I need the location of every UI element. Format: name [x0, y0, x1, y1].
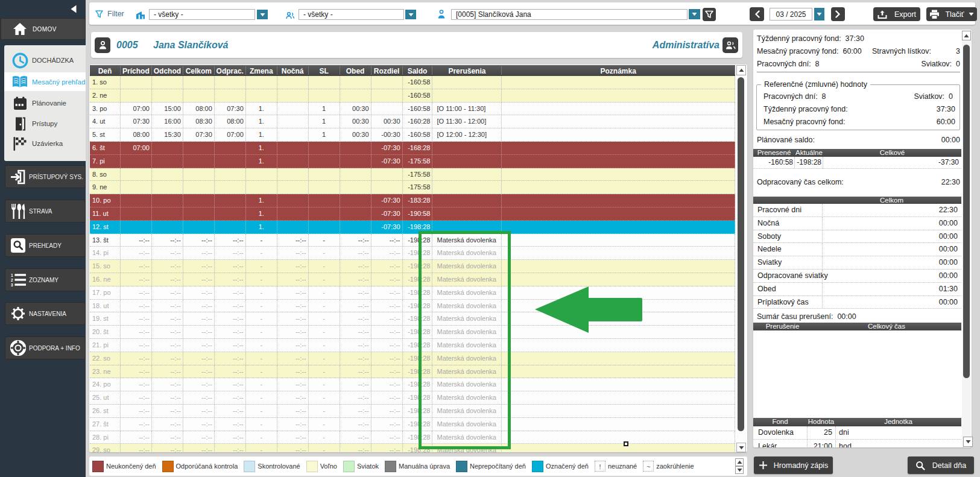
svg-text:2: 2 — [11, 278, 13, 282]
svg-text:1: 1 — [11, 273, 13, 277]
svg-text:3: 3 — [11, 283, 13, 287]
